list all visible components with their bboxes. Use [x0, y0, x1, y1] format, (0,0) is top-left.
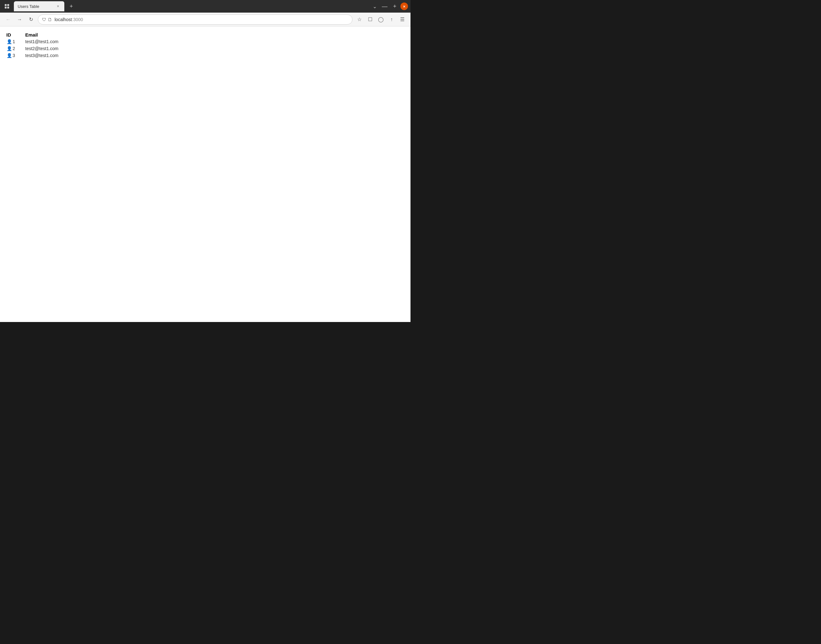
address-domain: localhost	[55, 17, 72, 22]
table-row: 👤3test3@test1.com	[6, 52, 88, 59]
cell-id-value: 3	[12, 53, 15, 58]
users-table: ID Email 👤1test1@test1.com👤2test2@test1.…	[6, 32, 88, 59]
minimize-button[interactable]: —	[380, 2, 389, 11]
tab-close-button[interactable]: ×	[55, 4, 60, 9]
tab-list-button[interactable]: ⌄	[370, 2, 379, 11]
address-bar-icons: 🛡 🗋	[42, 17, 52, 22]
cell-id: 👤1	[6, 38, 25, 45]
browser-menu-icon[interactable]	[3, 2, 11, 11]
shield-icon: 🛡	[42, 17, 46, 22]
tab-bar-left: Users Table × +	[3, 1, 76, 11]
user-icon: 👤	[6, 46, 12, 51]
account-button[interactable]: ◯	[377, 15, 385, 24]
page-icon: 🗋	[48, 17, 52, 22]
grid-icon	[5, 4, 9, 9]
cell-id-value: 1	[12, 39, 15, 44]
svg-rect-0	[5, 4, 7, 6]
menu-button[interactable]: ☰	[398, 15, 407, 24]
bookmark-button[interactable]: ☆	[355, 15, 364, 24]
page-content: ID Email 👤1test1@test1.com👤2test2@test1.…	[0, 26, 410, 322]
user-icon: 👤	[6, 39, 12, 44]
cell-email: test3@test1.com	[25, 52, 88, 59]
column-header-id: ID	[6, 32, 25, 38]
maximize-button[interactable]: +	[391, 2, 399, 11]
svg-rect-1	[7, 4, 9, 6]
pocket-button[interactable]: ☐	[366, 15, 375, 24]
extensions-button[interactable]: ↑	[387, 15, 396, 24]
cell-id: 👤3	[6, 52, 25, 59]
user-icon: 👤	[6, 53, 12, 58]
table-row: 👤1test1@test1.com	[6, 38, 88, 45]
svg-rect-2	[5, 7, 7, 9]
back-button[interactable]: ←	[4, 15, 12, 24]
cell-id-value: 2	[12, 46, 15, 51]
forward-button[interactable]: →	[15, 15, 24, 24]
tab-title: Users Table	[18, 4, 53, 9]
tab-bar: Users Table × + ⌄ — + ×	[0, 0, 410, 12]
address-bar[interactable]: 🛡 🗋 localhost:3000	[38, 14, 352, 25]
column-header-email: Email	[25, 32, 88, 38]
cell-email: test2@test1.com	[25, 45, 88, 52]
cell-id: 👤2	[6, 45, 25, 52]
reload-button[interactable]: ↻	[26, 15, 35, 24]
new-tab-button[interactable]: +	[67, 2, 76, 11]
browser-chrome: Users Table × + ⌄ — + × ← → ↻ 🛡 🗋 localh…	[0, 0, 410, 26]
svg-rect-3	[7, 7, 9, 9]
address-text: localhost:3000	[55, 17, 348, 22]
close-browser-button[interactable]: ×	[400, 3, 408, 10]
nav-bar-right: ☆ ☐ ◯ ↑ ☰	[355, 15, 407, 24]
table-row: 👤2test2@test1.com	[6, 45, 88, 52]
active-tab[interactable]: Users Table ×	[14, 1, 64, 11]
cell-email: test1@test1.com	[25, 38, 88, 45]
address-port: :3000	[72, 17, 83, 22]
tab-bar-right: ⌄ — + ×	[370, 2, 408, 11]
nav-bar: ← → ↻ 🛡 🗋 localhost:3000 ☆ ☐ ◯ ↑ ☰	[0, 12, 410, 26]
